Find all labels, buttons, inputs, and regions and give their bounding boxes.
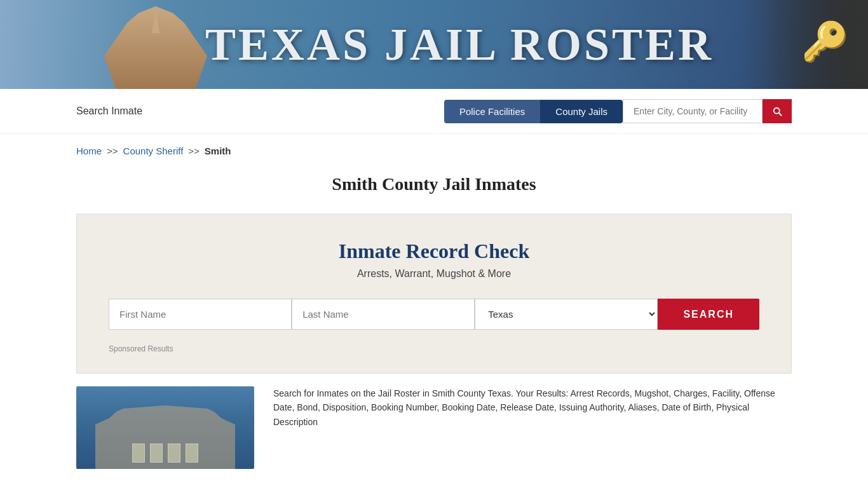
navbar: Search Inmate Police Facilities County J… bbox=[0, 89, 868, 134]
sponsored-label: Sponsored Results bbox=[109, 344, 173, 353]
facility-search-input[interactable] bbox=[623, 99, 763, 123]
header-banner: Texas Jail Roster bbox=[0, 0, 868, 89]
page-title: Smith County Jail Inmates bbox=[0, 174, 868, 194]
breadcrumb-current: Smith bbox=[205, 146, 231, 156]
breadcrumb-home[interactable]: Home bbox=[76, 146, 102, 156]
keys-decoration bbox=[741, 0, 868, 89]
search-form-row: Texas Alabama Alaska Arizona Arkansas Ca… bbox=[109, 299, 759, 330]
window-4 bbox=[186, 444, 198, 463]
search-inmate-label: Search Inmate bbox=[76, 105, 142, 117]
search-card: Inmate Record Check Arrests, Warrant, Mu… bbox=[76, 214, 792, 374]
site-title: Texas Jail Roster bbox=[205, 18, 714, 71]
state-select[interactable]: Texas Alabama Alaska Arizona Arkansas Ca… bbox=[475, 299, 658, 330]
window-1 bbox=[132, 444, 145, 463]
search-card-subtitle: Arrests, Warrant, Mugshot & More bbox=[109, 268, 759, 280]
search-card-title: Inmate Record Check bbox=[109, 240, 759, 263]
window-2 bbox=[150, 444, 163, 463]
breadcrumb-sep-1: >> bbox=[107, 146, 118, 156]
breadcrumb-county-sheriff[interactable]: County Sheriff bbox=[123, 146, 184, 156]
search-icon bbox=[771, 105, 783, 117]
nav-right: Police Facilities County Jails bbox=[444, 99, 792, 123]
capitol-dome bbox=[98, 6, 213, 89]
building-image bbox=[76, 386, 254, 469]
facility-search-button[interactable] bbox=[763, 99, 792, 123]
bottom-description: Search for Inmates on the Jail Roster in… bbox=[273, 386, 792, 429]
page-title-section: Smith County Jail Inmates bbox=[0, 168, 868, 214]
window-3 bbox=[168, 444, 180, 463]
bottom-section: Search for Inmates on the Jail Roster in… bbox=[76, 386, 792, 469]
first-name-input[interactable] bbox=[109, 299, 292, 330]
county-jails-button[interactable]: County Jails bbox=[540, 100, 623, 123]
inmate-search-button[interactable]: SEARCH bbox=[658, 299, 759, 330]
building-windows bbox=[132, 444, 198, 463]
breadcrumb: Home >> County Sheriff >> Smith bbox=[0, 134, 868, 168]
last-name-input[interactable] bbox=[292, 299, 475, 330]
breadcrumb-sep-2: >> bbox=[188, 146, 200, 156]
police-facilities-button[interactable]: Police Facilities bbox=[444, 100, 540, 123]
